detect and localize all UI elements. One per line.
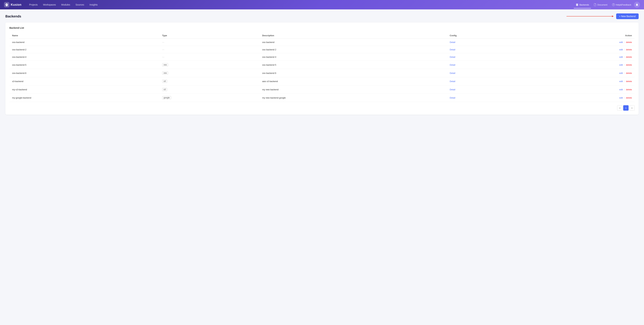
cell-action: edit / delete xyxy=(547,94,634,102)
action-edit-link[interactable]: edit xyxy=(619,41,623,44)
config-detail-link[interactable]: Detail xyxy=(450,88,455,91)
cell-name: my-google-backend xyxy=(10,94,160,102)
config-detail-link[interactable]: Detail xyxy=(450,72,455,74)
action-edit-link[interactable]: edit xyxy=(619,72,623,74)
cell-type: — xyxy=(160,53,260,61)
notification-icon xyxy=(636,3,638,6)
action-separator: / xyxy=(624,41,626,44)
action-edit-link[interactable]: edit xyxy=(619,48,623,51)
nav-document-label: Document xyxy=(598,4,607,6)
action-delete-link[interactable]: delete xyxy=(626,41,632,44)
nav-workspaces[interactable]: Workspaces xyxy=(41,2,58,7)
action-delete-link[interactable]: delete xyxy=(626,88,632,91)
table-row: oss-backend—oss backendDetailedit / dele… xyxy=(10,39,634,46)
action-delete-link[interactable]: delete xyxy=(626,64,632,66)
config-detail-link[interactable]: Detail xyxy=(450,41,455,44)
cell-action: edit / delete xyxy=(547,61,634,69)
cell-action: edit / delete xyxy=(547,77,634,86)
cell-name: oss-backend xyxy=(10,39,160,46)
type-badge: google xyxy=(162,96,171,99)
nav-insights[interactable]: Insights xyxy=(87,2,100,7)
new-backend-button[interactable]: + New Backend xyxy=(616,14,639,19)
cell-config: Detail xyxy=(447,86,547,94)
backends-icon xyxy=(576,3,578,6)
nav-backends[interactable]: Backends xyxy=(574,2,591,7)
action-edit-link[interactable]: edit xyxy=(619,80,623,83)
cell-name: oss-backend-6 xyxy=(10,69,160,77)
action-delete-link[interactable]: delete xyxy=(626,56,632,58)
table-card: Backend List Name Type Description Confi… xyxy=(5,23,639,115)
type-badge: s3 xyxy=(162,88,167,91)
nav-document[interactable]: Document xyxy=(592,2,609,7)
col-header-config: Config xyxy=(447,33,547,39)
action-delete-link[interactable]: delete xyxy=(626,72,632,74)
cell-description: oss backend 5 xyxy=(260,61,447,69)
nav-sources[interactable]: Sources xyxy=(73,2,86,7)
page-header: Backends + New Backend xyxy=(5,14,639,19)
cell-type: oss xyxy=(160,61,260,69)
table-row: s3-backends3aws s3 backendDetailedit / d… xyxy=(10,77,634,86)
action-edit-link[interactable]: edit xyxy=(619,56,623,58)
config-detail-link[interactable]: Detail xyxy=(450,56,455,58)
brand-name: Kusion xyxy=(11,3,22,7)
pagination: < 1 > xyxy=(10,105,634,111)
help-icon xyxy=(612,3,615,6)
cell-config: Detail xyxy=(447,53,547,61)
action-separator: / xyxy=(624,80,626,83)
table-header-row: Name Type Description Config Action xyxy=(10,33,634,39)
navbar-right: Backends Document Help&Feedback xyxy=(574,2,640,8)
cell-description: my new backend xyxy=(260,86,447,94)
cell-type: google xyxy=(160,94,260,102)
cell-name: oss-backend-5 xyxy=(10,61,160,69)
cell-name: s3-backend xyxy=(10,77,160,86)
col-header-description: Description xyxy=(260,33,447,39)
nav-modules[interactable]: Modules xyxy=(59,2,72,7)
nav-help-feedback[interactable]: Help&Feedback xyxy=(610,2,634,7)
type-badge: oss xyxy=(162,63,168,67)
cell-config: Detail xyxy=(447,94,547,102)
action-delete-link[interactable]: delete xyxy=(626,48,632,51)
cell-description: oss backend xyxy=(260,39,447,46)
type-badge: oss xyxy=(162,71,168,75)
pagination-prev[interactable]: < xyxy=(617,105,622,111)
config-detail-link[interactable]: Detail xyxy=(450,48,455,51)
action-separator: / xyxy=(624,56,626,58)
notification-button[interactable] xyxy=(634,2,640,8)
table-row: oss-backend-2—oss backend 2Detailedit / … xyxy=(10,46,634,53)
cell-type: s3 xyxy=(160,77,260,86)
action-separator: / xyxy=(624,64,626,66)
brand[interactable]: Kusion xyxy=(4,2,22,8)
pagination-page-1[interactable]: 1 xyxy=(623,105,628,111)
action-separator: / xyxy=(624,48,626,51)
cell-action: edit / delete xyxy=(547,53,634,61)
action-delete-link[interactable]: delete xyxy=(626,80,632,83)
type-badge: s3 xyxy=(162,80,167,83)
action-edit-link[interactable]: edit xyxy=(619,97,623,99)
navbar: Kusion Projects Workspaces Modules Sourc… xyxy=(0,0,644,10)
table-row: oss-backend-4—oss backend 4Detailedit / … xyxy=(10,53,634,61)
cell-type: s3 xyxy=(160,86,260,94)
header-right: + New Backend xyxy=(566,14,639,19)
action-delete-link[interactable]: delete xyxy=(626,97,632,99)
cell-action: edit / delete xyxy=(547,69,634,77)
cell-action: edit / delete xyxy=(547,39,634,46)
config-detail-link[interactable]: Detail xyxy=(450,64,455,66)
col-header-type: Type xyxy=(160,33,260,39)
action-edit-link[interactable]: edit xyxy=(619,88,623,91)
nav-projects[interactable]: Projects xyxy=(27,2,40,7)
action-separator: / xyxy=(624,88,626,91)
cell-action: edit / delete xyxy=(547,86,634,94)
cell-description: oss backend 4 xyxy=(260,53,447,61)
nav-help-feedback-label: Help&Feedback xyxy=(616,4,632,6)
action-separator: / xyxy=(624,97,626,99)
cell-config: Detail xyxy=(447,61,547,69)
pagination-next[interactable]: > xyxy=(629,105,634,111)
cell-config: Detail xyxy=(447,69,547,77)
backend-table: Name Type Description Config Action oss-… xyxy=(10,33,634,102)
table-row: oss-backend-6ossoss backend 6Detailedit … xyxy=(10,69,634,77)
action-edit-link[interactable]: edit xyxy=(619,64,623,66)
config-detail-link[interactable]: Detail xyxy=(450,97,455,99)
page-title: Backends xyxy=(5,15,21,18)
config-detail-link[interactable]: Detail xyxy=(450,80,455,83)
cell-type: oss xyxy=(160,69,260,77)
